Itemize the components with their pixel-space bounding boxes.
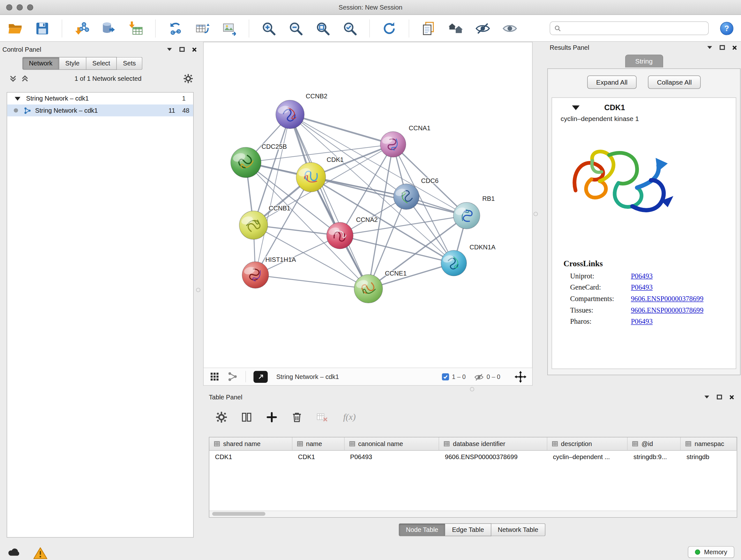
table-cell[interactable]: 9606.ENSP00000378699 [439,454,547,461]
hide-selected-icon[interactable] [475,21,490,36]
network-collection-row[interactable]: String Network – cdk1 1 [7,92,193,105]
network-node-CDK1[interactable] [296,163,326,192]
panel-close-icon[interactable] [190,46,198,53]
collapse-all-networks-icon[interactable] [21,75,29,83]
network-edge-CCNB2-HIST1H1A[interactable] [255,114,290,275]
network-node-CDC6[interactable] [394,184,419,209]
network-edge-HIST1H1A-CCNE1[interactable] [255,275,368,289]
crosslink-link-genecard[interactable]: P06493 [631,284,653,292]
tab-network[interactable]: Network [22,57,59,70]
column-header-canonical-name[interactable]: canonical name [344,437,439,450]
expand-all-button[interactable]: Expand All [587,76,636,89]
network-row[interactable]: String Network – cdk1 11 48 [7,105,193,116]
network-node-CDKN1A[interactable] [441,250,467,276]
network-share-icon[interactable] [227,371,238,382]
collection-caret-icon[interactable] [15,97,20,101]
table-settings-gear-icon[interactable] [215,411,227,423]
panel-menu-icon[interactable] [703,394,711,400]
crosslink-link-tissues[interactable]: 9606.ENSP00000378699 [631,306,703,314]
tab-node-table[interactable]: Node Table [399,523,446,536]
tab-style[interactable]: Style [59,57,86,70]
splitter-handle[interactable] [470,387,474,391]
table-cell[interactable]: CDK1 [209,454,292,461]
panel-menu-icon[interactable] [706,44,714,51]
collapse-all-button[interactable]: Collapse All [648,76,700,89]
open-in-external-icon[interactable] [253,371,268,382]
crosslink-link-uniprot[interactable]: P06493 [631,272,653,280]
nested-networks-icon[interactable] [448,21,463,36]
zoom-window-button[interactable] [27,4,33,10]
open-session-icon[interactable] [8,21,23,36]
pan-crosshair-icon[interactable] [515,371,526,382]
network-edge-CCNB2-CCNE1[interactable] [290,114,368,289]
network-edge-CCNB2-CCNA1[interactable] [290,114,393,144]
network-options-gear-icon[interactable] [183,74,193,84]
delete-column-icon[interactable] [291,411,303,423]
panel-menu-icon[interactable] [165,46,173,53]
network-node-HIST1H1A[interactable] [242,262,269,288]
save-session-icon[interactable] [35,21,50,36]
column-header-shared-name[interactable]: shared name [209,437,292,450]
crosslink-link-compartments[interactable]: 9606.ENSP00000378699 [631,295,703,303]
network-edge-CCNA2-HIST1H1A[interactable] [255,236,340,275]
network-node-CCNE1[interactable] [354,274,383,303]
export-image-icon[interactable] [222,21,237,36]
network-node-CCNB1[interactable] [239,211,268,239]
show-all-icon[interactable] [502,21,518,36]
network-node-CCNB2[interactable] [276,100,304,129]
help-button[interactable]: ? [720,22,734,35]
hidden-items-eye-icon[interactable] [474,373,484,381]
table-cell[interactable]: stringdb:9... [628,454,681,461]
birds-eye-view-icon[interactable] [209,371,220,382]
network-node-CDC25B[interactable] [231,147,261,178]
search-input[interactable] [564,24,704,32]
function-builder-icon[interactable]: f(x) [343,412,355,422]
gene-collapse-caret-icon[interactable] [572,105,580,110]
splitter-handle[interactable] [196,288,200,292]
network-canvas[interactable]: CCNB2CCNA1CDC25BCDK1CDC6RB1CCNB1CCNA2CDK… [204,42,532,368]
network-node-RB1[interactable] [454,202,480,229]
zoom-fit-icon[interactable] [315,21,331,36]
warning-icon[interactable] [33,546,48,558]
table-horizontal-scrollbar[interactable] [209,510,737,517]
scrollbar-thumb[interactable] [212,512,266,516]
panel-float-icon[interactable] [718,44,726,51]
splitter-handle[interactable] [534,212,538,216]
panel-close-icon[interactable] [728,394,735,400]
column-header-database-identifier[interactable]: database identifier [439,437,547,450]
search-field[interactable] [550,21,709,35]
network-edge-CDK1-RB1[interactable] [311,177,467,215]
table-data-row[interactable]: CDK1CDK1P064939606.ENSP00000378699cyclin… [209,451,737,463]
column-header-description[interactable]: description [547,437,628,450]
close-window-button[interactable] [6,4,12,10]
panel-float-icon[interactable] [178,46,186,53]
minimize-window-button[interactable] [17,4,23,10]
tab-sets[interactable]: Sets [117,57,142,70]
refresh-icon[interactable] [382,21,397,36]
tab-string[interactable]: String [625,55,663,67]
table-cell[interactable]: CDK1 [292,454,344,461]
tab-network-table[interactable]: Network Table [491,523,545,536]
new-network-from-selection-icon[interactable] [167,21,183,36]
show-columns-icon[interactable] [241,411,253,423]
node-selection-checkbox[interactable] [442,373,449,380]
crosslink-link-pharos[interactable]: P06493 [631,318,653,326]
column-header-namespac[interactable]: namespac [681,437,737,450]
network-node-CCNA1[interactable] [380,132,406,157]
expand-all-networks-icon[interactable] [9,75,17,83]
import-table-icon[interactable] [128,21,144,36]
memory-button[interactable]: Memory [688,546,734,558]
zoom-out-icon[interactable] [288,21,304,36]
copy-document-icon[interactable] [421,21,436,36]
table-cell[interactable]: cyclin–dependent ... [547,454,628,461]
network-node-CCNA2[interactable] [327,222,353,249]
panel-close-icon[interactable] [731,44,738,51]
column-header-name[interactable]: name [292,437,344,450]
cloud-icon[interactable] [7,546,21,558]
add-column-icon[interactable] [266,411,278,423]
clone-network-icon[interactable] [195,21,210,36]
table-cell[interactable]: stringdb [681,454,737,461]
tab-select[interactable]: Select [86,57,117,70]
tab-edge-table[interactable]: Edge Table [446,523,491,536]
zoom-selected-icon[interactable] [342,21,357,36]
